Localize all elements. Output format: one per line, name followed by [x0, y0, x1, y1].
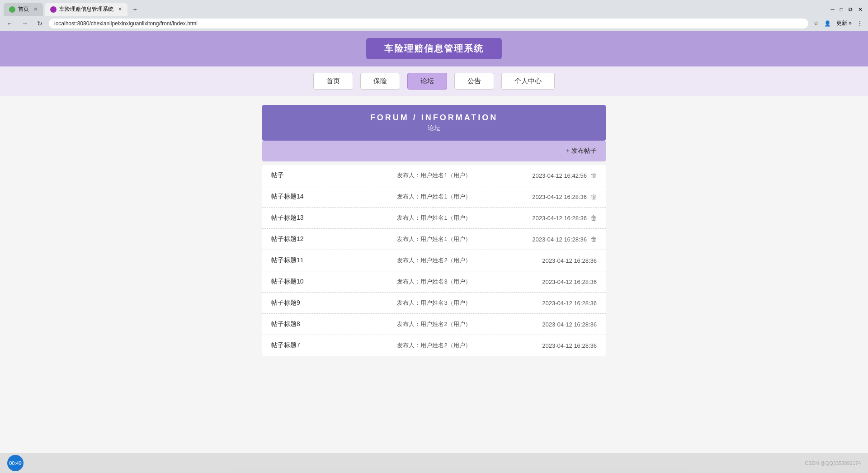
post-title-7[interactable]: 帖子标题9 — [271, 299, 380, 307]
post-time-3: 2023-04-12 16:28:36 🗑 — [488, 214, 597, 222]
table-row: 帖子标题9 发布人：用户姓名3（用户） 2023-04-12 16:28:36 — [262, 293, 606, 314]
account-button[interactable]: 👤 — [822, 19, 833, 28]
nav-insurance[interactable]: 保险 — [360, 73, 400, 90]
maximize-button[interactable]: □ — [838, 5, 845, 14]
forum-wrapper: FORUM / INFORMATION 论坛 + 发布帖子 帖子 发布人：用户姓… — [262, 96, 606, 365]
post-title-3[interactable]: 帖子标题13 — [271, 214, 380, 222]
tab-system-title: 车险理赔信息管理系统 — [59, 5, 113, 13]
post-button[interactable]: + 发布帖子 — [566, 147, 597, 155]
table-row: 帖子标题14 发布人：用户姓名1（用户） 2023-04-12 16:28:36… — [262, 186, 606, 208]
forum-subtitle: 论坛 — [270, 124, 598, 132]
forum-banner: FORUM / INFORMATION 论坛 — [262, 105, 606, 141]
watermark: CSDN @QQ3359892174 — [805, 460, 861, 466]
delete-icon-1[interactable]: 🗑 — [590, 172, 597, 179]
restore-button[interactable]: ⧉ — [847, 5, 854, 14]
post-time-1: 2023-04-12 16:42:56 🗑 — [488, 172, 597, 179]
post-title-4[interactable]: 帖子标题12 — [271, 235, 380, 243]
post-author-5: 发布人：用户姓名2（用户） — [380, 256, 488, 265]
url-bar[interactable]: localhost:8080/chexianlipeixinxiguanlixi… — [49, 19, 808, 28]
post-time-9: 2023-04-12 16:28:36 — [488, 342, 597, 349]
url-text: localhost:8080/chexianlipeixinxiguanlixi… — [54, 20, 198, 27]
table-row: 帖子标题12 发布人：用户姓名1（用户） 2023-04-12 16:28:36… — [262, 229, 606, 250]
post-author-9: 发布人：用户姓名2（用户） — [380, 341, 488, 350]
menu-button[interactable]: ⋮ — [855, 19, 864, 28]
table-row: 帖子标题7 发布人：用户姓名2（用户） 2023-04-12 16:28:36 — [262, 335, 606, 356]
post-title-5[interactable]: 帖子标题11 — [271, 256, 380, 265]
page-content: 车险理赔信息管理系统 首页 保险 论坛 公告 个人中心 FORUM / INFO… — [0, 31, 868, 468]
table-row: 帖子 发布人：用户姓名1（用户） 2023-04-12 16:42:56 🗑 — [262, 165, 606, 186]
nav-home[interactable]: 首页 — [313, 73, 353, 90]
minimize-button[interactable]: ─ — [829, 5, 836, 14]
tab-bar: 首页 ✕ 车险理赔信息管理系统 ✕ + ─ □ ⧉ ✕ — [0, 0, 868, 16]
update-button[interactable]: 更新 » — [835, 18, 854, 29]
tab-home-title: 首页 — [18, 5, 29, 13]
post-title-9[interactable]: 帖子标题7 — [271, 341, 380, 350]
refresh-button[interactable]: ↻ — [34, 18, 45, 29]
table-row: 帖子标题13 发布人：用户姓名1（用户） 2023-04-12 16:28:36… — [262, 208, 606, 229]
tab-system-close[interactable]: ✕ — [118, 6, 122, 12]
browser-actions: ☆ 👤 更新 » ⋮ — [812, 18, 864, 29]
delete-icon-4[interactable]: 🗑 — [590, 236, 597, 243]
post-title-6[interactable]: 帖子标题10 — [271, 278, 380, 286]
nav-personal[interactable]: 个人中心 — [501, 73, 555, 90]
delete-icon-2[interactable]: 🗑 — [590, 193, 597, 200]
post-author-7: 发布人：用户姓名3（用户） — [380, 299, 488, 307]
tab-home-favicon — [9, 6, 15, 13]
nav-notice[interactable]: 公告 — [454, 73, 494, 90]
post-author-4: 发布人：用户姓名1（用户） — [380, 235, 488, 243]
post-author-3: 发布人：用户姓名1（用户） — [380, 214, 488, 222]
tab-home[interactable]: 首页 ✕ — [4, 3, 43, 16]
table-row: 帖子标题8 发布人：用户姓名2（用户） 2023-04-12 16:28:36 — [262, 314, 606, 335]
site-title: 车险理赔信息管理系统 — [366, 38, 502, 59]
post-time-5: 2023-04-12 16:28:36 — [488, 257, 597, 264]
tab-system[interactable]: 车险理赔信息管理系统 ✕ — [45, 3, 127, 16]
post-time-6: 2023-04-12 16:28:36 — [488, 279, 597, 285]
post-author-8: 发布人：用户姓名2（用户） — [380, 320, 488, 328]
post-author-2: 发布人：用户姓名1（用户） — [380, 193, 488, 201]
browser-chrome: 首页 ✕ 车险理赔信息管理系统 ✕ + ─ □ ⧉ ✕ ← → ↻ localh… — [0, 0, 868, 31]
post-author-1: 发布人：用户姓名1（用户） — [380, 171, 488, 180]
site-header: 车险理赔信息管理系统 — [0, 31, 868, 66]
post-title-8[interactable]: 帖子标题8 — [271, 320, 380, 328]
post-time-2: 2023-04-12 16:28:36 🗑 — [488, 193, 597, 200]
post-title-2[interactable]: 帖子标题14 — [271, 193, 380, 201]
back-button[interactable]: ← — [4, 18, 15, 29]
time-badge: 00:49 — [7, 455, 24, 468]
site-nav: 首页 保险 论坛 公告 个人中心 — [0, 66, 868, 96]
post-time-7: 2023-04-12 16:28:36 — [488, 300, 597, 307]
nav-forum[interactable]: 论坛 — [407, 73, 447, 90]
forward-button[interactable]: → — [19, 18, 31, 29]
post-time-8: 2023-04-12 16:28:36 — [488, 321, 597, 328]
close-browser-button[interactable]: ✕ — [856, 5, 864, 14]
table-row: 帖子标题11 发布人：用户姓名2（用户） 2023-04-12 16:28:36 — [262, 250, 606, 271]
post-author-6: 发布人：用户姓名3（用户） — [380, 278, 488, 286]
tab-system-favicon — [50, 6, 57, 13]
post-time-4: 2023-04-12 16:28:36 🗑 — [488, 236, 597, 243]
forum-action-bar: + 发布帖子 — [262, 141, 606, 161]
delete-icon-3[interactable]: 🗑 — [590, 214, 597, 222]
table-row: 帖子标题10 发布人：用户姓名3（用户） 2023-04-12 16:28:36 — [262, 271, 606, 293]
tab-home-close[interactable]: ✕ — [33, 6, 38, 12]
new-tab-button[interactable]: + — [129, 4, 141, 15]
forum-title: FORUM / INFORMATION — [270, 113, 598, 123]
address-bar: ← → ↻ localhost:8080/chexianlipeixinxigu… — [0, 16, 868, 31]
post-title-1[interactable]: 帖子 — [271, 171, 380, 180]
bookmark-button[interactable]: ☆ — [812, 19, 821, 28]
bottom-bar: 00:49 CSDN @QQ3359892174 — [0, 453, 868, 468]
post-list: 帖子 发布人：用户姓名1（用户） 2023-04-12 16:42:56 🗑 帖… — [262, 165, 606, 356]
